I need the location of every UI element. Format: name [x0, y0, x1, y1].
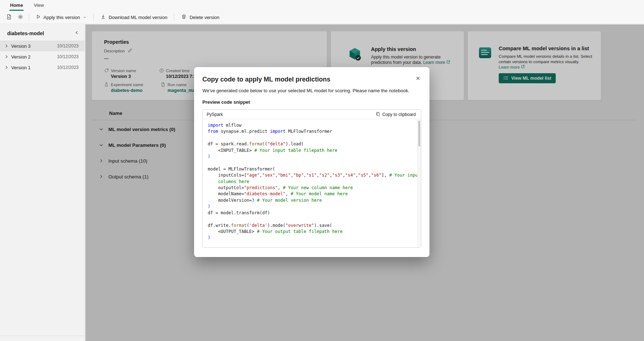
- ribbon-tab-bar: Home View: [0, 0, 644, 11]
- dialog-subtitle: We've generated code below to use your s…: [202, 88, 421, 93]
- version-row[interactable]: Version 310/12/2023: [0, 41, 85, 51]
- copy-to-clipboard-button[interactable]: Copy to clipboard: [373, 111, 418, 118]
- chevron-down-icon: [83, 15, 86, 20]
- tab-view[interactable]: View: [29, 0, 49, 11]
- toolbar-divider: [29, 14, 29, 21]
- download-version-label: Download ML model version: [109, 15, 168, 20]
- preview-snippet-label: Preview code snippet: [202, 99, 421, 105]
- version-name: Version 3: [11, 43, 30, 49]
- settings-button[interactable]: [15, 12, 26, 22]
- version-date: 10/12/2023: [57, 65, 79, 70]
- sidebar-divider: [0, 336, 85, 336]
- version-date: 10/12/2023: [57, 54, 79, 59]
- play-icon: [36, 14, 41, 20]
- chevron-right-icon[interactable]: [4, 65, 9, 70]
- download-version-button[interactable]: Download ML model version: [97, 12, 171, 22]
- apply-this-version-label: Apply this version: [43, 15, 80, 20]
- chevron-right-icon[interactable]: [4, 55, 9, 59]
- apply-this-version-button[interactable]: Apply this version: [32, 13, 90, 22]
- copy-icon: [376, 112, 380, 117]
- toolbar-divider: [93, 14, 94, 21]
- model-name-title: diabetes-model: [7, 31, 44, 36]
- version-name: Version 2: [11, 54, 30, 60]
- code-snippet-box: PySpark Copy to clipboard import mlflowf…: [202, 109, 421, 248]
- code-language-label: PySpark: [207, 112, 223, 117]
- version-name: Version 1: [11, 65, 30, 70]
- download-icon: [100, 14, 106, 20]
- version-row[interactable]: Version 110/12/2023: [0, 62, 85, 73]
- document-button[interactable]: [4, 12, 14, 22]
- close-dialog-button[interactable]: [413, 74, 423, 83]
- version-date: 10/12/2023: [57, 43, 79, 48]
- toolbar-divider: [174, 14, 174, 21]
- copy-code-dialog: Copy code to apply ML model predictions …: [194, 67, 429, 257]
- chevron-left-icon: [75, 31, 79, 36]
- delete-version-label: Delete version: [189, 15, 219, 20]
- collapse-sidebar-button[interactable]: [74, 30, 80, 37]
- chevron-right-icon[interactable]: [4, 44, 9, 48]
- delete-icon: [181, 14, 187, 20]
- code-content[interactable]: import mlflowfrom synapse.ml.predict imp…: [203, 119, 421, 241]
- code-scrollbar[interactable]: [417, 120, 421, 247]
- settings-icon: [18, 14, 23, 21]
- tab-home[interactable]: Home: [5, 0, 28, 11]
- toolbar: Apply this version Download ML model ver…: [0, 11, 644, 24]
- version-list: Version 310/12/2023Version 210/12/2023Ve…: [0, 41, 85, 73]
- sidebar: diabetes-model Version 310/12/2023Versio…: [0, 24, 85, 341]
- document-icon: [6, 14, 12, 21]
- version-row[interactable]: Version 210/12/2023: [0, 51, 85, 62]
- close-icon: [415, 76, 420, 82]
- code-header: PySpark Copy to clipboard: [203, 110, 421, 119]
- dialog-title: Copy code to apply ML model predictions: [202, 76, 421, 83]
- delete-version-button[interactable]: Delete version: [177, 12, 223, 22]
- scrollbar-thumb[interactable]: [418, 121, 420, 146]
- sidebar-header: diabetes-model: [0, 24, 85, 41]
